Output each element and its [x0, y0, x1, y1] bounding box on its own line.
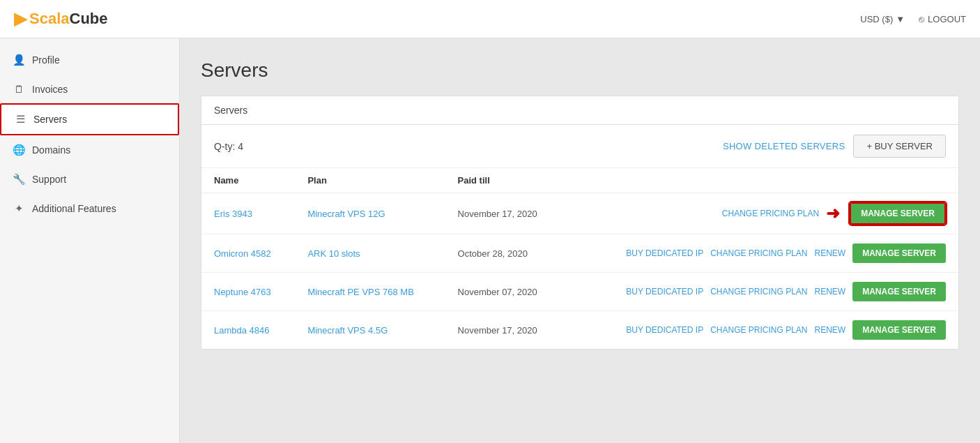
sidebar-item-label: Additional Features	[32, 203, 116, 214]
currency-selector[interactable]: USD ($) ▼	[860, 14, 905, 24]
plan-link[interactable]: ARK 10 slots	[307, 248, 360, 259]
actions-cell: BUY DEDICATED IPCHANGE PRICING PLANRENEW…	[565, 311, 958, 350]
change-pricing-button[interactable]: CHANGE PRICING PLAN	[710, 287, 807, 296]
renew-button[interactable]: RENEW	[815, 325, 846, 335]
paid-till: October 28, 2020	[445, 234, 565, 273]
table-row: Omicron 4582ARK 10 slotsOctober 28, 2020…	[201, 234, 958, 273]
renew-button[interactable]: RENEW	[815, 287, 846, 296]
qty-row: Q-ty: 4 SHOW DELETED SERVERS + BUY SERVE…	[201, 125, 958, 168]
action-group: CHANGE PRICING PLAN➜MANAGE SERVER	[577, 202, 946, 225]
plan-link[interactable]: Minecraft VPS 12G	[307, 209, 385, 219]
servers-table: Name Plan Paid till Eris 3943Minecraft V…	[201, 168, 958, 349]
card-header: Servers	[201, 96, 958, 125]
table-row: Neptune 4763Minecraft PE VPS 768 MBNovem…	[201, 273, 958, 311]
server-name-link[interactable]: Neptune 4763	[214, 287, 271, 297]
sidebar-item-label: Profile	[32, 54, 60, 66]
buy-dedicated-button[interactable]: BUY DEDICATED IP	[626, 248, 703, 258]
plan-link[interactable]: Minecraft VPS 4.5G	[307, 325, 388, 336]
logout-label: LOGOUT	[928, 14, 966, 24]
actions-cell: BUY DEDICATED IPCHANGE PRICING PLANRENEW…	[565, 273, 958, 311]
actions-cell: CHANGE PRICING PLAN➜MANAGE SERVER	[565, 193, 958, 234]
header: ▶ ScalaCube USD ($) ▼ ⎋ LOGOUT	[0, 0, 980, 38]
sidebar-item-profile[interactable]: 👤 Profile	[0, 45, 179, 75]
table-row: Eris 3943Minecraft VPS 12GNovember 17, 2…	[201, 193, 958, 234]
servers-card: Servers Q-ty: 4 SHOW DELETED SERVERS + B…	[201, 96, 959, 350]
server-name-link[interactable]: Omicron 4582	[214, 248, 271, 259]
chevron-down-icon: ▼	[896, 14, 905, 24]
layout: 👤 Profile 🗒 Invoices ☰ Servers 🌐 Domains…	[0, 38, 980, 443]
header-right: USD ($) ▼ ⎋ LOGOUT	[860, 14, 966, 24]
paid-till: November 07, 2020	[445, 273, 565, 311]
change-pricing-button[interactable]: CHANGE PRICING PLAN	[710, 248, 807, 258]
action-group: BUY DEDICATED IPCHANGE PRICING PLANRENEW…	[577, 243, 946, 263]
paid-till: November 17, 2020	[445, 193, 565, 234]
sidebar-item-domains[interactable]: 🌐 Domains	[0, 135, 179, 165]
card-body: Q-ty: 4 SHOW DELETED SERVERS + BUY SERVE…	[201, 125, 958, 349]
action-group: BUY DEDICATED IPCHANGE PRICING PLANRENEW…	[577, 320, 946, 340]
logo-icon: ▶	[14, 9, 26, 29]
col-plan: Plan	[295, 168, 445, 193]
renew-button[interactable]: RENEW	[815, 248, 846, 258]
change-pricing-button[interactable]: CHANGE PRICING PLAN	[710, 325, 807, 335]
logout-button[interactable]: ⎋ LOGOUT	[919, 14, 966, 24]
col-paid-till: Paid till	[445, 168, 565, 193]
page-title: Servers	[201, 59, 959, 82]
manage-server-button[interactable]: MANAGE SERVER	[852, 243, 946, 263]
logo-scala: Scala	[29, 10, 70, 28]
change-pricing-button[interactable]: CHANGE PRICING PLAN	[722, 209, 819, 218]
sidebar: 👤 Profile 🗒 Invoices ☰ Servers 🌐 Domains…	[0, 38, 180, 443]
red-arrow-annotation: ➜	[826, 204, 840, 223]
qty-text: Q-ty: 4	[214, 141, 243, 152]
actions-cell: BUY DEDICATED IPCHANGE PRICING PLANRENEW…	[565, 234, 958, 273]
server-name-link[interactable]: Eris 3943	[214, 209, 252, 219]
manage-server-button[interactable]: MANAGE SERVER	[852, 320, 946, 340]
action-group: BUY DEDICATED IPCHANGE PRICING PLANRENEW…	[577, 282, 946, 301]
col-name: Name	[201, 168, 295, 193]
sidebar-item-servers[interactable]: ☰ Servers	[0, 103, 179, 135]
buy-dedicated-button[interactable]: BUY DEDICATED IP	[626, 287, 703, 296]
paid-till: November 17, 2020	[445, 311, 565, 350]
main-content: Servers Servers Q-ty: 4 SHOW DELETED SER…	[180, 38, 980, 443]
server-name-link[interactable]: Lambda 4846	[214, 325, 270, 336]
sidebar-item-label: Servers	[33, 114, 67, 125]
additional-features-icon: ✦	[13, 202, 25, 215]
servers-icon: ☰	[14, 113, 26, 126]
table-head: Name Plan Paid till	[201, 168, 958, 193]
invoices-icon: 🗒	[13, 83, 25, 95]
domains-icon: 🌐	[13, 144, 25, 156]
buy-dedicated-button[interactable]: BUY DEDICATED IP	[626, 325, 703, 335]
qty-actions: SHOW DELETED SERVERS + BUY SERVER	[723, 135, 946, 158]
sidebar-item-label: Support	[32, 174, 66, 185]
logout-icon: ⎋	[919, 14, 924, 24]
plan-link[interactable]: Minecraft PE VPS 768 MB	[307, 287, 413, 297]
sidebar-item-invoices[interactable]: 🗒 Invoices	[0, 75, 179, 103]
show-deleted-button[interactable]: SHOW DELETED SERVERS	[723, 141, 845, 151]
sidebar-item-label: Domains	[32, 144, 70, 156]
manage-server-button[interactable]: MANAGE SERVER	[852, 282, 946, 301]
logo-cube: Cube	[70, 10, 108, 28]
table-row: Lambda 4846Minecraft VPS 4.5GNovember 17…	[201, 311, 958, 350]
sidebar-item-support[interactable]: 🔧 Support	[0, 165, 179, 194]
manage-server-button[interactable]: MANAGE SERVER	[850, 202, 946, 225]
buy-server-button[interactable]: + BUY SERVER	[853, 135, 946, 158]
logo: ▶ ScalaCube	[14, 9, 108, 29]
col-actions	[565, 168, 958, 193]
table-body: Eris 3943Minecraft VPS 12GNovember 17, 2…	[201, 193, 958, 350]
profile-icon: 👤	[13, 54, 25, 66]
support-icon: 🔧	[13, 173, 25, 186]
sidebar-item-additional-features[interactable]: ✦ Additional Features	[0, 194, 179, 223]
sidebar-item-label: Invoices	[32, 84, 68, 95]
